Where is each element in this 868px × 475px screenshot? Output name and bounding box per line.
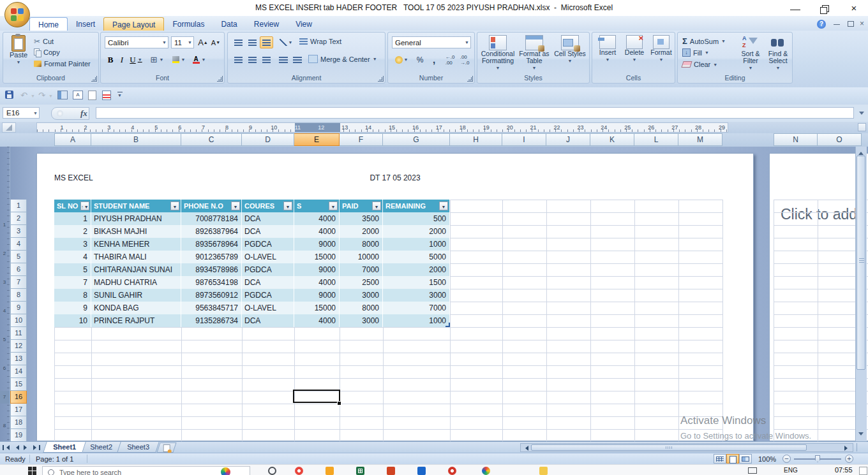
cell[interactable]: 3000 bbox=[340, 314, 383, 327]
scroll-split-icon[interactable] bbox=[858, 123, 866, 131]
cell[interactable]: 9 bbox=[54, 302, 91, 314]
align-center-button[interactable] bbox=[246, 54, 259, 66]
cell[interactable]: 15000 bbox=[294, 251, 340, 263]
borders-button[interactable]: ⊞▼ bbox=[148, 54, 166, 66]
cell[interactable]: PGDCA bbox=[242, 289, 294, 302]
taskbar-app-icon-1[interactable] bbox=[268, 467, 276, 475]
previous-sheet-icon[interactable] bbox=[11, 443, 21, 452]
font-size-select[interactable]: 11▼ bbox=[171, 36, 194, 48]
notification-icon[interactable] bbox=[859, 467, 867, 475]
taskbar-app-icon-2[interactable] bbox=[295, 467, 303, 475]
tab-data[interactable]: Data bbox=[213, 18, 245, 31]
column-header-n[interactable]: N bbox=[774, 133, 818, 146]
tab-home[interactable]: Home bbox=[29, 17, 68, 31]
alignment-dialog-launcher-icon[interactable] bbox=[378, 76, 384, 82]
fill-handle[interactable] bbox=[337, 401, 341, 406]
number-format-select[interactable]: General▼ bbox=[392, 36, 471, 48]
cell[interactable]: 9012365789 bbox=[181, 251, 242, 263]
qat-view-icon[interactable] bbox=[57, 91, 68, 101]
sheet-tab-sheet1[interactable]: Sheet1 bbox=[43, 442, 86, 453]
find-select-button[interactable]: Find & Select▼ bbox=[765, 35, 791, 71]
insert-worksheet-tab[interactable] bbox=[156, 442, 176, 453]
cell[interactable]: 9135286734 bbox=[181, 314, 242, 327]
row-header-19[interactable]: 19 bbox=[10, 429, 27, 441]
tab-review[interactable]: Review bbox=[246, 18, 287, 31]
ribbon-restore-icon[interactable] bbox=[848, 21, 854, 27]
taskbar-search-input[interactable]: Type here to search bbox=[42, 466, 250, 475]
column-header-g[interactable]: G bbox=[383, 133, 450, 146]
zoom-slider-thumb[interactable] bbox=[815, 455, 820, 462]
zoom-in-icon[interactable]: + bbox=[845, 455, 853, 463]
save-icon[interactable] bbox=[5, 91, 15, 101]
table-header-s[interactable]: S▼ bbox=[294, 200, 340, 212]
horizontal-scrollbar[interactable] bbox=[520, 443, 853, 452]
minimize-icon[interactable] bbox=[789, 4, 802, 13]
qat-print-preview-icon[interactable]: A bbox=[73, 91, 83, 101]
normal-view-button[interactable] bbox=[714, 454, 726, 464]
filter-icon-s[interactable]: ▼ bbox=[329, 201, 338, 210]
wrap-text-button[interactable]: Wrap Text bbox=[299, 38, 341, 45]
insert-function-icon[interactable]: fx bbox=[80, 108, 87, 119]
cell[interactable]: 9563845717 bbox=[181, 302, 242, 314]
expand-formula-bar-icon[interactable] bbox=[857, 108, 865, 118]
vertical-scrollbar[interactable] bbox=[855, 147, 867, 441]
table-header-sl-no[interactable]: SL NO↑▼ bbox=[54, 200, 91, 212]
cell[interactable]: 8000 bbox=[340, 302, 383, 314]
last-sheet-icon[interactable] bbox=[32, 443, 41, 452]
column-header-m[interactable]: M bbox=[678, 133, 722, 146]
page-break-view-button[interactable] bbox=[739, 454, 752, 464]
help-icon[interactable]: ? bbox=[817, 20, 826, 29]
undo-icon[interactable]: ↶ bbox=[20, 91, 31, 101]
table-header-remaining[interactable]: REMAINING▼ bbox=[383, 200, 450, 212]
filter-icon-sl-no[interactable]: ↑▼ bbox=[80, 201, 89, 210]
table-header-coures[interactable]: COURES▼ bbox=[242, 200, 294, 212]
page2-prompt[interactable]: Click to add bbox=[781, 206, 857, 223]
grow-font-button[interactable]: A▲ bbox=[197, 36, 209, 48]
font-dialog-launcher-icon[interactable] bbox=[217, 76, 223, 82]
column-header-k[interactable]: K bbox=[590, 133, 634, 146]
row-header-13[interactable]: 13 bbox=[10, 353, 27, 365]
cell[interactable]: 2000 bbox=[383, 263, 450, 276]
vertical-ruler[interactable]: 12345678 bbox=[0, 147, 10, 441]
cell[interactable]: SUNIL GAHIR bbox=[91, 289, 181, 302]
cell[interactable]: 3000 bbox=[340, 289, 383, 302]
filter-icon-paid[interactable]: ▼ bbox=[372, 201, 381, 210]
underline-button[interactable]: U▼ bbox=[128, 54, 144, 66]
qat-more-icon[interactable]: ▼ bbox=[117, 92, 128, 102]
row-header-8[interactable]: 8 bbox=[10, 289, 27, 302]
column-header-h[interactable]: H bbox=[450, 133, 502, 146]
format-painter-button[interactable]: Format Painter bbox=[34, 60, 91, 68]
cell-styles-button[interactable]: Cell Styles▼ bbox=[553, 35, 587, 64]
cell[interactable]: PRINCE RAJPUT bbox=[91, 314, 181, 327]
cell[interactable]: MADHU CHATRIA bbox=[91, 276, 181, 289]
cell[interactable]: 9000 bbox=[294, 289, 340, 302]
cell[interactable]: 8935678964 bbox=[181, 238, 242, 251]
row-header-7[interactable]: 7 bbox=[10, 276, 27, 289]
increase-indent-button[interactable] bbox=[290, 54, 304, 66]
percent-style-button[interactable]: % bbox=[414, 54, 426, 66]
next-sheet-icon[interactable] bbox=[22, 443, 31, 452]
scroll-right-icon[interactable] bbox=[844, 446, 850, 451]
column-header-d[interactable]: D bbox=[242, 133, 294, 146]
column-header-l[interactable]: L bbox=[634, 133, 678, 146]
cell[interactable]: 7008778184 bbox=[181, 212, 242, 225]
cell[interactable]: 10000 bbox=[340, 251, 383, 263]
cell[interactable]: THABIRA MALI bbox=[91, 251, 181, 263]
align-right-button[interactable] bbox=[260, 54, 273, 66]
sheet-tab-sheet3[interactable]: Sheet3 bbox=[117, 442, 159, 453]
font-color-button[interactable]: A▼ bbox=[190, 54, 208, 66]
cell[interactable]: 2500 bbox=[340, 276, 383, 289]
cell[interactable]: 2000 bbox=[383, 225, 450, 238]
cell[interactable]: KONDA BAG bbox=[91, 302, 181, 314]
cell[interactable]: 9876534198 bbox=[181, 276, 242, 289]
delete-cells-button[interactable]: × Delete▼ bbox=[622, 35, 647, 63]
cell[interactable]: 5 bbox=[54, 263, 91, 276]
cell[interactable]: PGDCA bbox=[242, 238, 294, 251]
row-header-11[interactable]: 11 bbox=[10, 327, 27, 340]
tab-view[interactable]: View bbox=[287, 18, 320, 31]
cell[interactable]: KENHA MEHER bbox=[91, 238, 181, 251]
vertical-scroll-thumb[interactable] bbox=[857, 156, 865, 370]
cell[interactable]: CHITARANJAN SUNAI bbox=[91, 263, 181, 276]
cell[interactable]: 3000 bbox=[383, 289, 450, 302]
row-header-6[interactable]: 6 bbox=[10, 263, 27, 276]
